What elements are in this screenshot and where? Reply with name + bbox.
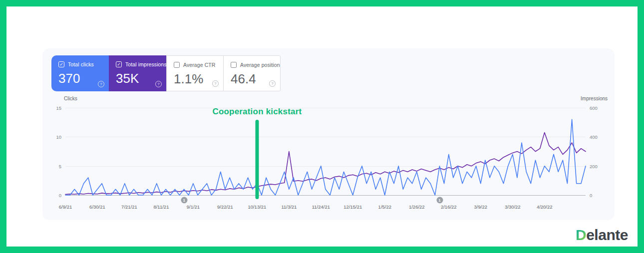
x-axis-tick: 3/9/22 <box>474 204 487 210</box>
x-axis-tick: 1/26/22 <box>409 204 425 210</box>
timeline-marker[interactable]: 1 <box>436 197 443 204</box>
x-axis-tick: 7/21/21 <box>121 204 137 210</box>
series-line-total-clicks <box>65 119 586 195</box>
annotation-line <box>255 120 259 199</box>
left-axis-tick: 15 <box>42 105 61 111</box>
x-axis-tick: 11/3/21 <box>281 204 297 210</box>
x-axis-tick: 11/24/21 <box>312 204 330 210</box>
right-axis-tick: 400 <box>590 134 598 140</box>
series-line-total-impressions <box>65 133 586 195</box>
x-axis-tick: 2/16/22 <box>441 204 457 210</box>
series-lines <box>65 98 586 198</box>
x-axis-tick: 6/9/21 <box>59 204 72 210</box>
logo-letter-d: D <box>576 227 586 243</box>
right-axis-tick: 600 <box>590 105 598 111</box>
left-axis-tick: 0 <box>42 193 61 198</box>
x-axis-tick: 1/5/22 <box>378 204 391 210</box>
x-axis-tick: 10/13/21 <box>248 204 266 210</box>
annotation-label: Cooperation kickstart <box>212 107 302 117</box>
x-axis-tick: 4/20/22 <box>537 204 553 210</box>
timeline-marker[interactable]: 1 <box>181 197 187 204</box>
search-console-performance-panel: Total clicks 370 ? Total impressions 35K… <box>42 48 615 220</box>
left-axis-tick: 5 <box>42 164 61 169</box>
delante-logo: Delante <box>576 227 628 244</box>
logo-text: elante <box>586 227 628 243</box>
x-axis-tick: 12/15/21 <box>343 204 362 210</box>
right-axis-tick: 0 <box>590 193 592 198</box>
left-axis-tick: 10 <box>42 134 61 140</box>
x-axis-tick: 9/22/21 <box>217 204 233 210</box>
performance-chart: Clicks Impressions 15600104005200006/9/2… <box>42 48 615 220</box>
x-axis-tick: 8/11/21 <box>153 204 169 210</box>
right-axis-tick: 200 <box>590 164 598 169</box>
green-frame: Total clicks 370 ? Total impressions 35K… <box>0 0 644 253</box>
x-axis-tick: 9/1/21 <box>187 204 200 210</box>
x-axis-tick: 6/30/21 <box>89 204 105 210</box>
x-axis-tick: 3/30/22 <box>505 204 521 210</box>
